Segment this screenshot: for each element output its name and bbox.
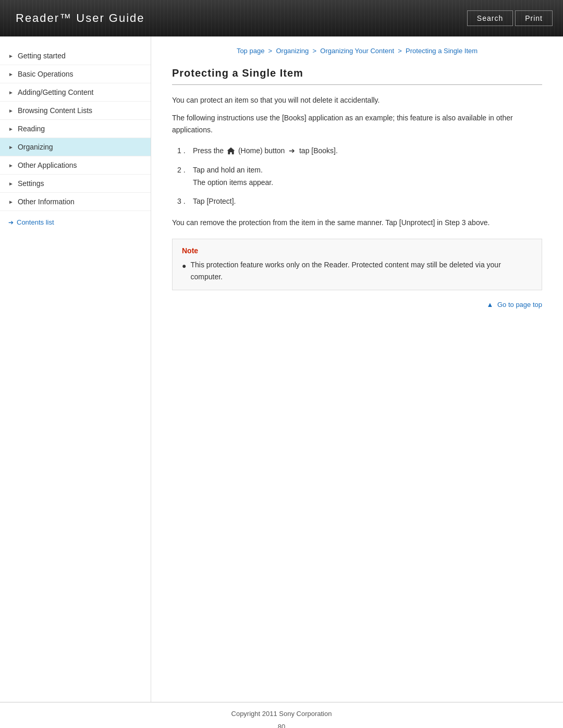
page-number: 80 (7, 723, 556, 728)
bullet-icon: ● (182, 260, 186, 272)
step-2-sub: The option items appear. (193, 177, 542, 188)
note-label: Note (182, 246, 532, 255)
step-3: 3 . Tap [Protect]. (177, 195, 542, 207)
sidebar-item-label: Getting started (18, 52, 66, 60)
breadcrumb-organizing[interactable]: Organizing (276, 47, 309, 55)
sidebar-item-label: Organizing (18, 143, 53, 151)
chevron-right-icon: ► (8, 53, 14, 59)
note-item: ● This protection feature works only on … (182, 259, 532, 282)
breadcrumb-protecting[interactable]: Protecting a Single Item (406, 47, 478, 55)
search-button[interactable]: Search (467, 10, 513, 26)
intro-paragraph-2: The following instructions use the [Book… (172, 112, 542, 135)
header-buttons: Search Print (467, 10, 563, 26)
step-1-number: 1 . (177, 145, 193, 156)
go-to-top-link[interactable]: ▲ Go to page top (486, 301, 542, 309)
main-container: ► Getting started ► Basic Operations ► A… (0, 36, 563, 702)
arrow-right-icon: ➔ (8, 219, 14, 226)
note-text: This protection feature works only on th… (190, 259, 532, 282)
chevron-right-icon: ► (8, 181, 14, 187)
chevron-right-icon: ► (8, 108, 14, 114)
chevron-right-icon: ► (8, 90, 14, 95)
sidebar-item-other-information[interactable]: ► Other Information (0, 193, 151, 211)
sidebar-item-browsing[interactable]: ► Browsing Content Lists (0, 102, 151, 120)
sidebar-item-label: Basic Operations (18, 70, 74, 78)
page-header: Reader™ User Guide Search Print (0, 0, 563, 36)
chevron-right-icon: ► (8, 199, 14, 205)
breadcrumb[interactable]: Top page > Organizing > Organizing Your … (172, 47, 542, 55)
step-3-content: Tap [Protect]. (193, 195, 542, 207)
step3-note-text: You can remove the protection from the i… (172, 217, 542, 228)
step-1: 1 . Press the (Home) button ➔ tap [Books… (177, 145, 542, 156)
steps-list: 1 . Press the (Home) button ➔ tap [Books… (172, 145, 542, 207)
go-to-top-label: Go to page top (497, 301, 542, 309)
chevron-right-icon: ► (8, 163, 14, 168)
sidebar-item-reading[interactable]: ► Reading (0, 120, 151, 138)
page-title-section: Protecting a Single Item (172, 67, 542, 85)
sidebar-item-getting-started[interactable]: ► Getting started (0, 47, 151, 65)
content-body: You can protect an item so that you will… (172, 94, 542, 309)
triangle-up-icon: ▲ (486, 301, 493, 309)
step-3-number: 3 . (177, 195, 193, 207)
home-icon (227, 147, 235, 155)
chevron-right-icon: ► (8, 71, 14, 77)
note-box: Note ● This protection feature works onl… (172, 239, 542, 290)
app-title: Reader™ User Guide (0, 11, 145, 25)
chevron-right-icon: ► (8, 144, 14, 150)
sidebar-item-label: Other Applications (18, 161, 77, 169)
sidebar-item-basic-operations[interactable]: ► Basic Operations (0, 65, 151, 83)
sidebar-item-label: Other Information (18, 198, 75, 206)
contents-list-label: Contents list (17, 218, 54, 226)
sidebar-item-label: Settings (18, 179, 44, 188)
page-title: Protecting a Single Item (172, 67, 542, 79)
sidebar-item-adding-content[interactable]: ► Adding/Getting Content (0, 83, 151, 102)
sidebar-item-label: Adding/Getting Content (18, 88, 94, 96)
go-to-top[interactable]: ▲ Go to page top (172, 301, 542, 309)
sidebar-item-other-applications[interactable]: ► Other Applications (0, 156, 151, 175)
sidebar-item-settings[interactable]: ► Settings (0, 175, 151, 193)
chevron-right-icon: ► (8, 126, 14, 132)
intro-paragraph-1: You can protect an item so that you will… (172, 94, 542, 106)
sidebar: ► Getting started ► Basic Operations ► A… (0, 36, 151, 702)
sidebar-item-label: Reading (18, 125, 45, 133)
sidebar-item-organizing[interactable]: ► Organizing (0, 138, 151, 156)
step-2: 2 . Tap and hold an item. The option ite… (177, 164, 542, 189)
main-content: Top page > Organizing > Organizing Your … (151, 36, 563, 702)
copyright-text: Copyright 2011 Sony Corporation (231, 710, 332, 718)
page-footer: Copyright 2011 Sony Corporation 80 (0, 702, 563, 728)
breadcrumb-top[interactable]: Top page (237, 47, 265, 55)
print-button[interactable]: Print (515, 10, 553, 26)
sidebar-item-label: Browsing Content Lists (18, 106, 92, 115)
breadcrumb-organizing-content[interactable]: Organizing Your Content (320, 47, 394, 55)
contents-list-link[interactable]: ➔ Contents list (0, 211, 151, 230)
step-2-content: Tap and hold an item. The option items a… (193, 164, 542, 189)
step-1-content: Press the (Home) button ➔ tap [Books]. (193, 145, 542, 156)
step-2-number: 2 . (177, 164, 193, 189)
